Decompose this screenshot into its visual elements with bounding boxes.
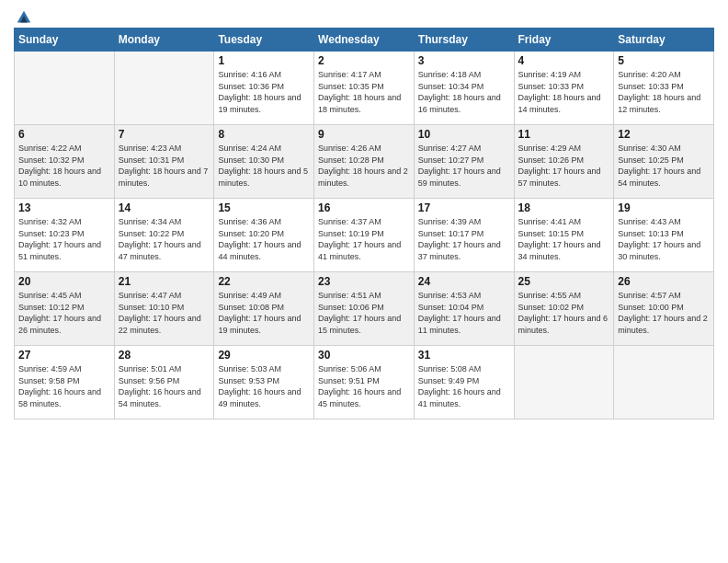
day-info: Sunrise: 4:24 AM Sunset: 10:30 PM Daylig…: [218, 143, 310, 189]
day-number: 25: [518, 275, 610, 288]
calendar-cell: 14Sunrise: 4:34 AM Sunset: 10:22 PM Dayl…: [114, 199, 214, 272]
day-info: Sunrise: 4:17 AM Sunset: 10:35 PM Daylig…: [318, 69, 410, 115]
day-info: Sunrise: 4:55 AM Sunset: 10:02 PM Daylig…: [518, 290, 610, 336]
day-info: Sunrise: 4:43 AM Sunset: 10:13 PM Daylig…: [618, 216, 710, 262]
calendar-cell: 4Sunrise: 4:19 AM Sunset: 10:33 PM Dayli…: [514, 52, 614, 125]
day-number: 29: [218, 349, 310, 362]
day-number: 13: [18, 201, 110, 214]
day-info: Sunrise: 4:26 AM Sunset: 10:28 PM Daylig…: [318, 143, 410, 189]
calendar-cell: [514, 346, 614, 419]
calendar-cell: [114, 52, 214, 125]
calendar-cell: 10Sunrise: 4:27 AM Sunset: 10:27 PM Dayl…: [414, 125, 514, 199]
calendar-cell: 18Sunrise: 4:41 AM Sunset: 10:15 PM Dayl…: [514, 199, 614, 272]
header-saturday: Saturday: [614, 29, 714, 52]
calendar-cell: 26Sunrise: 4:57 AM Sunset: 10:00 PM Dayl…: [614, 272, 714, 346]
day-number: 23: [318, 275, 410, 288]
header-sunday: Sunday: [15, 29, 115, 52]
day-info: Sunrise: 4:53 AM Sunset: 10:04 PM Daylig…: [418, 290, 510, 336]
header-friday: Friday: [514, 29, 614, 52]
calendar-cell: 12Sunrise: 4:30 AM Sunset: 10:25 PM Dayl…: [614, 125, 714, 199]
day-number: 20: [18, 275, 110, 288]
day-number: 19: [618, 201, 710, 214]
day-number: 5: [618, 54, 710, 67]
calendar-cell: 27Sunrise: 4:59 AM Sunset: 9:58 PM Dayli…: [15, 346, 115, 419]
calendar-cell: 29Sunrise: 5:03 AM Sunset: 9:53 PM Dayli…: [214, 346, 314, 419]
day-info: Sunrise: 5:03 AM Sunset: 9:53 PM Dayligh…: [218, 363, 310, 409]
day-info: Sunrise: 4:59 AM Sunset: 9:58 PM Dayligh…: [18, 363, 110, 409]
calendar-cell: 7Sunrise: 4:23 AM Sunset: 10:31 PM Dayli…: [114, 125, 214, 199]
day-number: 16: [318, 201, 410, 214]
calendar-cell: 16Sunrise: 4:37 AM Sunset: 10:19 PM Dayl…: [314, 199, 415, 272]
day-info: Sunrise: 4:41 AM Sunset: 10:15 PM Daylig…: [518, 216, 610, 262]
day-number: 14: [119, 201, 210, 214]
logo-icon: [16, 9, 32, 26]
day-info: Sunrise: 4:34 AM Sunset: 10:22 PM Daylig…: [119, 216, 210, 262]
day-number: 15: [218, 201, 310, 214]
calendar-week-3: 13Sunrise: 4:32 AM Sunset: 10:23 PM Dayl…: [15, 199, 714, 272]
day-number: 18: [518, 201, 610, 214]
day-number: 8: [218, 128, 310, 141]
day-info: Sunrise: 5:06 AM Sunset: 9:51 PM Dayligh…: [318, 363, 410, 409]
calendar-week-1: 1Sunrise: 4:16 AM Sunset: 10:36 PM Dayli…: [15, 52, 714, 125]
calendar-cell: [614, 346, 714, 419]
day-info: Sunrise: 4:37 AM Sunset: 10:19 PM Daylig…: [318, 216, 410, 262]
calendar-cell: 6Sunrise: 4:22 AM Sunset: 10:32 PM Dayli…: [15, 125, 115, 199]
day-info: Sunrise: 5:01 AM Sunset: 9:56 PM Dayligh…: [119, 363, 210, 409]
calendar-cell: 24Sunrise: 4:53 AM Sunset: 10:04 PM Dayl…: [414, 272, 514, 346]
day-info: Sunrise: 4:18 AM Sunset: 10:34 PM Daylig…: [418, 69, 510, 115]
calendar-cell: [15, 52, 115, 125]
calendar-cell: 15Sunrise: 4:36 AM Sunset: 10:20 PM Dayl…: [214, 199, 314, 272]
day-info: Sunrise: 4:23 AM Sunset: 10:31 PM Daylig…: [119, 143, 210, 189]
day-number: 26: [618, 275, 710, 288]
day-number: 1: [218, 54, 310, 67]
calendar-cell: 22Sunrise: 4:49 AM Sunset: 10:08 PM Dayl…: [214, 272, 314, 346]
day-info: Sunrise: 4:22 AM Sunset: 10:32 PM Daylig…: [18, 143, 110, 189]
day-number: 4: [518, 54, 610, 67]
calendar-cell: 3Sunrise: 4:18 AM Sunset: 10:34 PM Dayli…: [414, 52, 514, 125]
day-number: 10: [418, 128, 510, 141]
day-info: Sunrise: 4:29 AM Sunset: 10:26 PM Daylig…: [518, 143, 610, 189]
calendar-cell: 30Sunrise: 5:06 AM Sunset: 9:51 PM Dayli…: [314, 346, 415, 419]
day-info: Sunrise: 4:39 AM Sunset: 10:17 PM Daylig…: [418, 216, 510, 262]
day-number: 7: [119, 128, 210, 141]
page-header: [14, 9, 714, 22]
calendar-header-row: SundayMondayTuesdayWednesdayThursdayFrid…: [15, 29, 714, 52]
calendar-cell: 1Sunrise: 4:16 AM Sunset: 10:36 PM Dayli…: [214, 52, 314, 125]
day-info: Sunrise: 4:19 AM Sunset: 10:33 PM Daylig…: [518, 69, 610, 115]
day-info: Sunrise: 5:08 AM Sunset: 9:49 PM Dayligh…: [418, 363, 510, 409]
day-number: 3: [418, 54, 510, 67]
day-info: Sunrise: 4:36 AM Sunset: 10:20 PM Daylig…: [218, 216, 310, 262]
calendar-cell: 19Sunrise: 4:43 AM Sunset: 10:13 PM Dayl…: [614, 199, 714, 272]
calendar-cell: 25Sunrise: 4:55 AM Sunset: 10:02 PM Dayl…: [514, 272, 614, 346]
calendar-cell: 28Sunrise: 5:01 AM Sunset: 9:56 PM Dayli…: [114, 346, 214, 419]
day-info: Sunrise: 4:57 AM Sunset: 10:00 PM Daylig…: [618, 290, 710, 336]
calendar-cell: 31Sunrise: 5:08 AM Sunset: 9:49 PM Dayli…: [414, 346, 514, 419]
day-number: 24: [418, 275, 510, 288]
day-info: Sunrise: 4:27 AM Sunset: 10:27 PM Daylig…: [418, 143, 510, 189]
calendar-cell: 9Sunrise: 4:26 AM Sunset: 10:28 PM Dayli…: [314, 125, 415, 199]
calendar: SundayMondayTuesdayWednesdayThursdayFrid…: [14, 28, 714, 419]
day-info: Sunrise: 4:32 AM Sunset: 10:23 PM Daylig…: [18, 216, 110, 262]
logo: [14, 9, 32, 22]
day-info: Sunrise: 4:16 AM Sunset: 10:36 PM Daylig…: [218, 69, 310, 115]
day-number: 17: [418, 201, 510, 214]
day-number: 2: [318, 54, 410, 67]
header-wednesday: Wednesday: [314, 29, 415, 52]
day-number: 30: [318, 349, 410, 362]
calendar-cell: 13Sunrise: 4:32 AM Sunset: 10:23 PM Dayl…: [15, 199, 115, 272]
day-info: Sunrise: 4:51 AM Sunset: 10:06 PM Daylig…: [318, 290, 410, 336]
day-number: 27: [18, 349, 110, 362]
day-number: 11: [518, 128, 610, 141]
calendar-cell: 8Sunrise: 4:24 AM Sunset: 10:30 PM Dayli…: [214, 125, 314, 199]
calendar-cell: 23Sunrise: 4:51 AM Sunset: 10:06 PM Dayl…: [314, 272, 415, 346]
day-number: 28: [119, 349, 210, 362]
day-info: Sunrise: 4:30 AM Sunset: 10:25 PM Daylig…: [618, 143, 710, 189]
header-tuesday: Tuesday: [214, 29, 314, 52]
calendar-week-5: 27Sunrise: 4:59 AM Sunset: 9:58 PM Dayli…: [15, 346, 714, 419]
header-monday: Monday: [114, 29, 214, 52]
calendar-cell: 17Sunrise: 4:39 AM Sunset: 10:17 PM Dayl…: [414, 199, 514, 272]
day-info: Sunrise: 4:47 AM Sunset: 10:10 PM Daylig…: [119, 290, 210, 336]
day-info: Sunrise: 4:45 AM Sunset: 10:12 PM Daylig…: [18, 290, 110, 336]
day-number: 12: [618, 128, 710, 141]
calendar-cell: 20Sunrise: 4:45 AM Sunset: 10:12 PM Dayl…: [15, 272, 115, 346]
